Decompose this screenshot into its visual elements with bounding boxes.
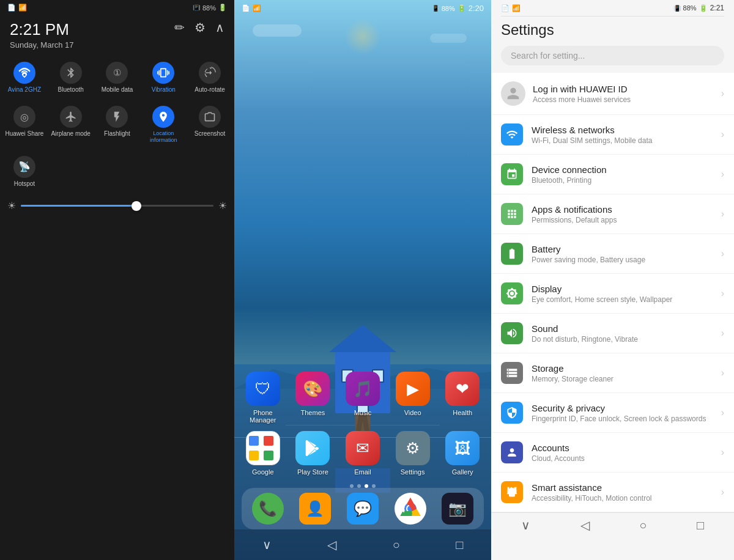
settings-search-bar[interactable]: Search for setting... [501,46,724,65]
quick-tile-huawei-share[interactable]: ◎ Huawei Share [2,101,46,149]
notif-action-icons[interactable]: ✏ ⚙ ∧ [174,20,224,35]
home-app-play-store[interactable]: Play Store [292,431,335,476]
device-chevron: › [721,169,724,180]
settings-item-smart-assistance[interactable]: Smart assistance Accessibility, HiTouch,… [491,473,734,512]
quick-tile-hotspot[interactable]: 📡 Hotspot [2,151,46,193]
settings-nav-recent[interactable]: □ [697,518,704,532]
brightness-track[interactable] [21,205,213,207]
display-chevron: › [721,288,724,299]
settings-item-device[interactable]: Device connection Bluetooth, Printing › [491,155,734,194]
flashlight-tile-label: Flashlight [104,130,130,138]
brightness-thumb[interactable] [132,201,141,211]
battery-text: Battery Power saving mode, Battery usage [532,244,721,264]
settings-wifi-icon: 📶 [512,4,521,12]
sound-sub: Do not disturb, Ringtone, Vibrate [532,335,721,344]
home-battery: 88% [442,5,455,12]
settings-avatar [501,81,525,106]
sound-icon [501,322,523,344]
phone-manager-label: Phone Manager [242,409,284,424]
wireless-icon [501,123,523,146]
dock-app-camera[interactable]: 📷 [436,493,479,525]
mobile-data-tile-icon: ① [106,62,128,84]
quick-tile-auto-rotate[interactable]: Auto-rotate [188,57,232,98]
dock-app-contacts[interactable]: 👤 [294,493,337,525]
quick-tile-mobile-data[interactable]: ① Mobile data [95,57,139,98]
accounts-sub: Cloud, Accounts [532,454,721,463]
doc-icon: 📄 [7,4,16,12]
settings-item-accounts[interactable]: Accounts Cloud, Accounts › [491,433,734,473]
brightness-high-icon: ☀ [218,200,227,212]
notif-status-left: 📄 📶 [7,4,27,12]
home-app-email[interactable]: ✉ Email [341,431,384,476]
quick-tile-wifi[interactable]: Avina 2GHZ [2,57,46,98]
home-app-themes[interactable]: 🎨 Themes [292,372,335,424]
vibrate-status-icon: 📳 [193,4,200,11]
display-sub: Eye comfort, Home screen style, Wallpape… [532,295,721,304]
settings-time: 2:21 [710,4,724,12]
wifi-tile-icon [13,62,35,84]
settings-item-security[interactable]: Security & privacy Fingerprint ID, Face … [491,393,734,433]
notif-header: 2:21 PM Sunday, March 17 ✏ ⚙ ∧ [0,15,234,52]
quick-tile-flashlight[interactable]: Flashlight [95,101,139,149]
phone-manager-icon: 🛡 [246,372,280,406]
quick-tile-airplane[interactable]: Airplane mode [49,101,93,149]
battery-status: 88% [202,4,216,12]
settings-app-label: Settings [401,468,425,476]
home-app-google[interactable]: Google [242,431,284,476]
storage-title: Storage [532,363,721,374]
home-doc-icon: 📄 [242,4,250,12]
settings-item-sound[interactable]: Sound Do not disturb, Ringtone, Vibrate … [491,314,734,353]
settings-nav-back[interactable]: ◁ [580,518,590,532]
google-icon [246,431,280,465]
quick-tile-screenshot[interactable]: Screenshot [188,101,232,149]
home-app-settings[interactable]: ⚙ Settings [391,431,434,476]
mobile-data-tile-label: Mobile data [102,86,133,94]
edit-icon[interactable]: ✏ [174,20,185,35]
hotspot-tile-icon: 📡 [13,156,35,178]
home-nav-recent[interactable]: □ [456,538,463,552]
music-icon: 🎵 [346,372,380,406]
settings-item-apps[interactable]: Apps & notifications Permissions, Defaul… [491,194,734,234]
settings-huawei-title: Log in with HUAWEI ID [533,84,721,94]
dock-app-messages[interactable]: 💬 [341,493,384,525]
battery-icon [501,243,523,265]
settings-nav-down[interactable]: ∨ [521,518,530,532]
health-label: Health [453,409,472,416]
settings-item-display[interactable]: Display Eye comfort, Home screen style, … [491,274,734,314]
settings-status-left: 📄 📶 [501,4,521,12]
settings-title: Settings [491,17,734,46]
home-nav-home[interactable]: ○ [393,538,400,552]
home-app-music[interactable]: 🎵 Music [341,372,384,424]
dock-app-chrome[interactable] [389,493,432,525]
smart-assistance-title: Smart assistance [532,482,721,493]
quick-tile-vibration[interactable]: Vibration [141,57,185,98]
email-icon: ✉ [346,431,380,465]
location-tile-icon [152,106,174,128]
home-app-health[interactable]: ❤ Health [441,372,484,424]
home-app-gallery[interactable]: 🖼 Gallery [441,431,484,476]
home-nav-back[interactable]: ◁ [327,537,336,552]
flashlight-tile-icon [106,106,128,128]
home-app-video[interactable]: ▶ Video [391,372,434,424]
huawei-share-tile-icon: ◎ [13,106,35,128]
settings-doc-icon: 📄 [501,4,510,12]
settings-item-wireless[interactable]: Wireless & networks Wi-Fi, Dual SIM sett… [491,115,734,155]
settings-nav-home[interactable]: ○ [639,518,647,532]
home-app-phone-manager[interactable]: 🛡 Phone Manager [242,372,284,424]
settings-app-icon: ⚙ [396,431,430,465]
home-nav-down[interactable]: ∨ [262,537,272,552]
quick-tile-bluetooth[interactable]: Bluetooth [49,57,93,98]
brightness-control[interactable]: ☀ ☀ [0,197,234,219]
home-status-left: 📄 📶 [242,4,261,12]
settings-item-storage[interactable]: Storage Memory, Storage cleaner › [491,353,734,393]
dock-app-phone[interactable]: 📞 [247,493,289,525]
wireless-chevron: › [721,129,724,140]
settings-huawei-login[interactable]: Log in with HUAWEI ID Access more Huawei… [491,73,734,115]
settings-icon[interactable]: ⚙ [195,20,206,35]
settings-item-battery[interactable]: Battery Power saving mode, Battery usage… [491,234,734,274]
collapse-icon[interactable]: ∧ [215,20,224,35]
quick-tile-location[interactable]: Location information [141,101,185,149]
auto-rotate-tile-icon [199,62,221,84]
bluetooth-tile-label: Bluetooth [58,86,84,94]
apps-sub: Permissions, Default apps [532,216,721,224]
